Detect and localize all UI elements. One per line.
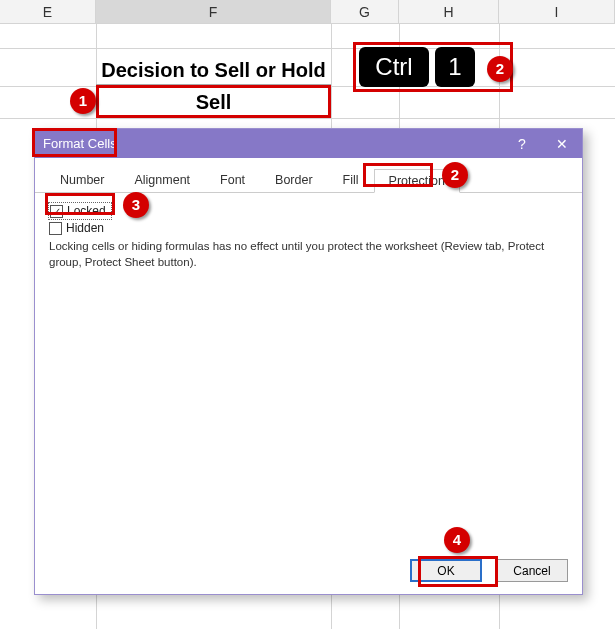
callout-3: 3: [123, 192, 149, 218]
hidden-row[interactable]: Hidden: [49, 221, 568, 235]
col-header-E[interactable]: E: [0, 0, 96, 24]
cell-decision-header[interactable]: Decision to Sell or Hold: [96, 55, 331, 85]
col-header-I[interactable]: I: [499, 0, 615, 24]
format-cells-dialog: Format Cells ? ✕ Number Alignment Font B…: [34, 128, 583, 595]
tab-font[interactable]: Font: [205, 168, 260, 192]
callout-1: 1: [70, 88, 96, 114]
callout-2-keys: 2: [487, 56, 513, 82]
tab-number[interactable]: Number: [45, 168, 119, 192]
callout-2-tab: 2: [442, 162, 468, 188]
dialog-titlebar[interactable]: Format Cells ? ✕: [35, 129, 582, 158]
dialog-body: ✓ Locked Hidden Locking cells or hiding …: [35, 193, 582, 278]
hidden-label: Hidden: [66, 221, 104, 235]
callout-box-protection-tab: [363, 163, 433, 187]
hidden-checkbox[interactable]: [49, 222, 62, 235]
dialog-help-button[interactable]: ?: [502, 129, 542, 158]
key-1: 1: [435, 47, 475, 87]
cancel-button[interactable]: Cancel: [496, 559, 568, 582]
callout-box-ok: [418, 556, 498, 587]
callout-box-locked: [45, 193, 115, 215]
key-ctrl: Ctrl: [359, 47, 429, 87]
col-header-H[interactable]: H: [399, 0, 499, 24]
tab-alignment[interactable]: Alignment: [119, 168, 205, 192]
protection-info-text: Locking cells or hiding formulas has no …: [49, 239, 568, 270]
col-header-G[interactable]: G: [331, 0, 399, 24]
callout-4: 4: [444, 527, 470, 553]
callout-box-title: [32, 128, 117, 157]
col-header-F[interactable]: F: [96, 0, 331, 24]
dialog-tabs: Number Alignment Font Border Fill Protec…: [35, 158, 582, 193]
dialog-close-button[interactable]: ✕: [542, 129, 582, 158]
callout-box-sell: [96, 85, 331, 118]
tab-border[interactable]: Border: [260, 168, 328, 192]
